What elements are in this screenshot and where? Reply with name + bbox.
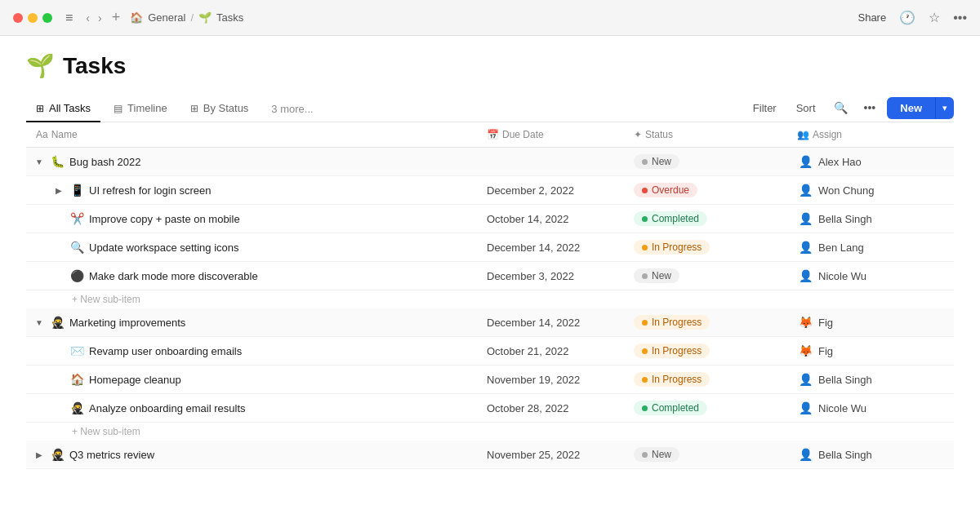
tasks-table: Aa Name 📅 Due Date ✦ Status 👥 Assign ▼ 🐛… [26,122,954,469]
copy-paste-status: Completed [627,211,791,226]
expand-bug-bash[interactable]: ▼ [33,156,46,168]
tab-timeline[interactable]: ▤ Timeline [104,95,177,122]
more-tabs-button[interactable]: 3 more... [261,96,323,122]
group-row-q3: ▶ 🥷 Q3 metrics review November 25, 2022 … [26,441,954,469]
bella-singh-avatar-1: 👤 [797,210,813,227]
ui-refresh-due: December 2, 2022 [480,184,627,197]
titlebar: ≡ ‹ › + 🏠 General / 🌱 Tasks Share 🕐 ☆ ••… [0,0,980,36]
tab-all-tasks[interactable]: ⊞ All Tasks [26,95,100,122]
revamp-emails-status: In Progress [627,343,791,358]
forward-button[interactable]: › [95,10,105,26]
tab-by-status[interactable]: ⊞ By Status [180,95,259,122]
task-row-workspace-icons: 🔍 Update workspace setting icons Decembe… [26,233,954,262]
toolbar-right: Filter Sort 🔍 ••• New ▾ [746,97,954,121]
won-chung-avatar: 👤 [797,182,813,198]
analyze-assign: 👤 Nicole Wu [791,400,954,416]
header-status: ✦ Status [627,129,791,140]
breadcrumb: 🏠 General / 🌱 Tasks [130,11,243,24]
task-row-dark-mode: ⚫ Make dark mode more discoverable Decem… [26,262,954,290]
task-row-revamp-emails: ✉️ Revamp user onboarding emails October… [26,337,954,366]
sort-button[interactable]: Sort [790,99,822,117]
expand-q3[interactable]: ▶ [33,449,46,461]
all-tasks-tab-icon: ⊞ [36,103,44,114]
table-header: Aa Name 📅 Due Date ✦ Status 👥 Assign [26,122,954,148]
page-title-icon: 🌱 [26,52,55,79]
workspace-icons-status: In Progress [627,240,791,255]
timeline-tab-icon: ▤ [114,103,122,114]
star-icon[interactable]: ☆ [929,10,940,25]
new-subitem-marketing[interactable]: + New sub-item [26,423,954,441]
revamp-emails-due: October 21, 2022 [480,345,627,357]
ben-lang-avatar: 👤 [797,239,813,255]
titlebar-right: Share 🕐 ☆ ••• [858,10,967,25]
assign-icon: 👥 [797,129,809,140]
new-button[interactable]: New [887,97,935,119]
workspace-name[interactable]: General [148,11,185,24]
more-actions-button[interactable]: ••• [859,98,881,117]
traffic-lights [13,13,52,23]
revamp-emails-assign: 🦊 Fig [791,343,954,359]
history-icon[interactable]: 🕐 [899,10,915,25]
marketing-assign: 🦊 Fig [791,314,954,330]
ui-refresh-assign: 👤 Won Chung [791,182,954,198]
dark-mode-due: December 3, 2022 [480,270,627,282]
new-dropdown-button[interactable]: ▾ [935,97,954,119]
dark-mode-status: New [627,268,791,283]
marketing-due: December 14, 2022 [480,317,627,329]
tasks-icon: 🌱 [198,11,212,24]
workspace-icons-due: December 14, 2022 [480,241,627,254]
filter-button[interactable]: Filter [746,99,783,117]
page-title-row: 🌱 Tasks [26,52,954,79]
back-button[interactable]: ‹ [82,10,93,26]
timeline-tab-label: Timeline [127,102,167,114]
new-button-group: New ▾ [887,97,954,119]
task-row-analyze: 🥷 Analyze onboarding email results Octob… [26,394,954,423]
status-icon: ✦ [634,129,642,140]
task-row-copy-paste: ✂️ Improve copy + paste on mobile Octobe… [26,205,954,233]
homepage-status: In Progress [627,372,791,387]
header-due-date: 📅 Due Date [480,129,627,140]
workspace-icon: 🏠 [130,11,143,24]
bug-bash-assign: 👤 Alex Hao [791,153,954,170]
q3-assign: 👤 Bella Singh [791,446,954,463]
maximize-button[interactable] [42,13,52,23]
homepage-assign: 👤 Bella Singh [791,371,954,388]
by-status-tab-icon: ⊞ [190,103,198,114]
nicole-wu-avatar-1: 👤 [797,268,813,284]
name-type-icon: Aa [36,129,48,140]
bella-singh-avatar-3: 👤 [797,446,813,463]
search-button[interactable]: 🔍 [829,98,853,117]
nav-buttons: ‹ › [82,10,105,26]
bug-bash-status: New [627,154,791,169]
menu-icon[interactable]: ≡ [65,11,73,25]
q3-status: New [627,447,791,462]
main-content: 🌱 Tasks ⊞ All Tasks ▤ Timeline ⊞ By Stat… [0,36,980,485]
dark-mode-assign: 👤 Nicole Wu [791,268,954,284]
more-options-icon[interactable]: ••• [953,11,967,25]
q3-due: November 25, 2022 [480,449,627,461]
new-subitem-bug-bash[interactable]: + New sub-item [26,290,954,308]
share-button[interactable]: Share [858,11,886,24]
task-row-homepage: 🏠 Homepage cleanup November 19, 2022 In … [26,366,954,394]
header-name: Aa Name [26,129,480,140]
analyze-due: October 28, 2022 [480,402,627,414]
close-button[interactable] [13,13,23,23]
task-row-ui-refresh: ▶ 📱 UI refresh for login screen December… [26,176,954,205]
header-assign: 👥 Assign [791,129,954,140]
minimize-button[interactable] [28,13,38,23]
fig-avatar-2: 🦊 [797,343,813,359]
page-title: Tasks [63,53,126,79]
homepage-due: November 19, 2022 [480,374,627,386]
alex-hao-avatar: 👤 [797,153,813,170]
toolbar: ⊞ All Tasks ▤ Timeline ⊞ By Status 3 mor… [26,95,954,122]
all-tasks-tab-label: All Tasks [49,102,91,114]
workspace-icons-assign: 👤 Ben Lang [791,239,954,255]
group-row-marketing: ▼ 🥷 Marketing improvements December 14, … [26,308,954,337]
fig-avatar-1: 🦊 [797,314,813,330]
expand-marketing[interactable]: ▼ [33,317,46,329]
bella-singh-avatar-2: 👤 [797,371,813,388]
expand-ui-refresh[interactable]: ▶ [52,184,65,197]
page-name[interactable]: Tasks [216,11,243,24]
add-page-button[interactable]: + [112,9,121,26]
by-status-tab-label: By Status [203,102,249,114]
